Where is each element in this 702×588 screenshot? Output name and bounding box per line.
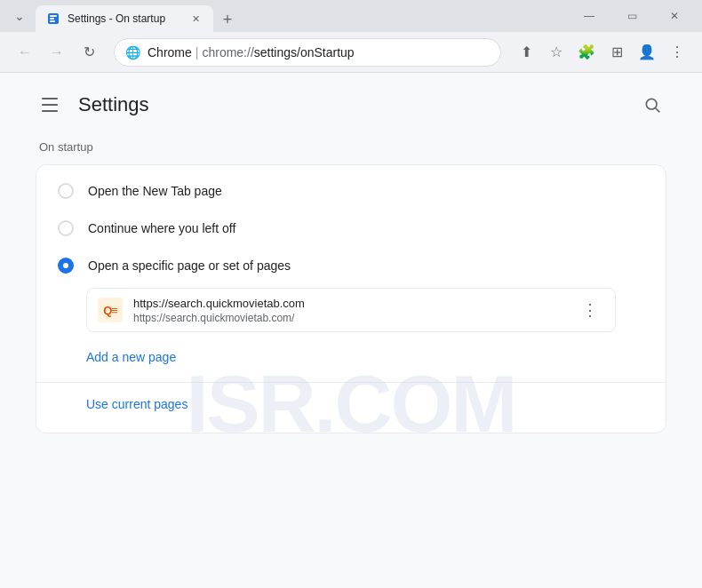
chevron-area: ⌄ [7, 4, 32, 28]
settings-search-button[interactable] [638, 91, 666, 119]
window-controls: — ▭ ✕ [569, 2, 695, 30]
tab-favicon [46, 12, 60, 26]
minimize-button[interactable]: — [569, 2, 610, 30]
add-new-page-section: Add a new page [36, 339, 666, 378]
add-new-page-link[interactable]: Add a new page [86, 343, 176, 371]
share-button[interactable]: ⬆ [512, 38, 540, 67]
share-icon: ⬆ [521, 44, 532, 60]
address-url-rest: /onStartup [297, 45, 355, 60]
forward-button[interactable]: → [43, 38, 71, 67]
use-current-pages-section: Use current pages [36, 386, 666, 425]
radio-option-continue[interactable]: Continue where you left off [36, 210, 666, 247]
entry-menu-button[interactable]: ⋮ [576, 296, 604, 324]
browser-menu-icon: ⊞ [611, 44, 623, 60]
radio-label-specific: Open a specific page or set of pages [88, 258, 291, 273]
radio-label-new-tab: Open the New Tab page [88, 184, 222, 198]
page-content: Settings On startup ISR.COM Open the New [0, 73, 702, 588]
settings-header: Settings [36, 91, 666, 119]
browser-window: ⌄ Settings - On startup ✕ + — ▭ [0, 0, 702, 588]
tab-strip: Settings - On startup ✕ + [36, 0, 565, 32]
section-title: On startup [36, 140, 666, 154]
svg-rect-3 [50, 20, 55, 22]
settings-page: Settings On startup ISR.COM Open the New [0, 73, 702, 465]
address-globe-icon: 🌐 [125, 45, 140, 60]
radio-circle-continue [58, 220, 74, 236]
svg-rect-1 [50, 15, 57, 17]
tab-close-button[interactable]: ✕ [188, 12, 203, 26]
tab-title: Settings - On startup [68, 12, 165, 25]
entry-favicon: Q≡ [98, 298, 123, 322]
entry-url-main: https://search.quickmovietab.com [133, 297, 565, 310]
svg-rect-2 [50, 18, 54, 20]
close-button[interactable]: ✕ [654, 2, 695, 30]
reload-icon: ↻ [84, 44, 95, 60]
address-url-prefix: chrome:// [202, 45, 253, 60]
address-url-highlight: settings [254, 45, 297, 60]
profile-icon: 👤 [638, 44, 656, 60]
more-options-icon: ⋮ [670, 44, 684, 60]
back-button[interactable]: ← [11, 38, 39, 67]
browser-menu-button[interactable]: ⊞ [602, 38, 631, 67]
startup-card: ISR.COM Open the New Tab page Continue w… [36, 164, 666, 433]
back-icon: ← [18, 44, 32, 60]
radio-circle-specific [58, 258, 74, 274]
use-current-pages-link[interactable]: Use current pages [86, 390, 187, 418]
hamburger-menu-button[interactable] [36, 91, 64, 119]
nav-right-icons: ⬆ ☆ 🧩 ⊞ 👤 ⋮ [512, 38, 691, 67]
hamburger-icon [42, 98, 58, 112]
radio-option-new-tab[interactable]: Open the New Tab page [36, 172, 666, 210]
address-brand: Chrome [148, 45, 192, 60]
navigation-bar: ← → ↻ 🌐 Chrome | chrome://settings/onSta… [0, 32, 702, 73]
address-separator: | [195, 45, 199, 60]
title-bar: ⌄ Settings - On startup ✕ + — ▭ [0, 0, 702, 32]
address-text: Chrome | chrome://settings/onStartup [148, 45, 355, 60]
new-tab-button[interactable]: + [215, 7, 240, 32]
active-tab[interactable]: Settings - On startup ✕ [36, 5, 213, 32]
extensions-icon: 🧩 [578, 44, 595, 60]
svg-line-5 [656, 108, 660, 113]
profile-button[interactable]: 👤 [633, 38, 661, 67]
bookmark-icon: ☆ [550, 44, 562, 60]
svg-point-4 [646, 99, 657, 109]
entry-texts: https://search.quickmovietab.com https:/… [133, 297, 565, 324]
divider [36, 382, 666, 383]
more-options-button[interactable]: ⋮ [663, 38, 691, 67]
radio-option-specific[interactable]: Open a specific page or set of pages [36, 247, 666, 284]
settings-page-title: Settings [78, 93, 149, 116]
entry-url-sub: https://search.quickmovietab.com/ [133, 312, 565, 324]
address-bar[interactable]: 🌐 Chrome | chrome://settings/onStartup [114, 38, 501, 67]
search-icon [643, 96, 661, 114]
bookmark-button[interactable]: ☆ [542, 38, 570, 67]
extensions-button[interactable]: 🧩 [572, 38, 601, 67]
radio-circle-new-tab [58, 183, 74, 199]
maximize-button[interactable]: ▭ [611, 2, 652, 30]
chevron-down-btn[interactable]: ⌄ [7, 4, 32, 28]
entry-icon-text: Q≡ [103, 304, 117, 317]
startup-entry: Q≡ https://search.quickmovietab.com http… [86, 288, 616, 332]
radio-label-continue: Continue where you left off [88, 221, 235, 235]
forward-icon: → [50, 44, 64, 60]
reload-button[interactable]: ↻ [75, 38, 103, 67]
